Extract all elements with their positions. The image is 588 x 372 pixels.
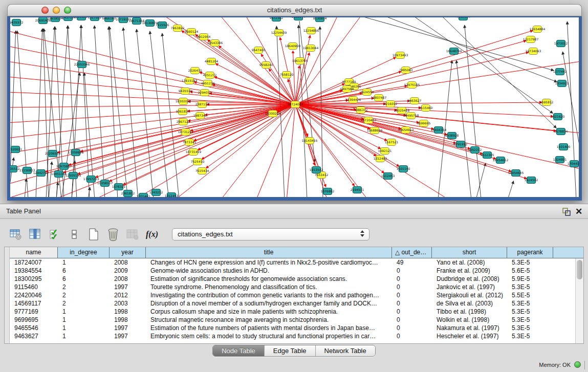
table-cell[interactable]: 5.5E-5 bbox=[507, 291, 553, 299]
close-panel-icon[interactable]: ✕ bbox=[574, 207, 584, 217]
graph-node[interactable]: 1678321 bbox=[112, 184, 126, 190]
table-cell[interactable]: 49 bbox=[392, 258, 432, 267]
table-cell[interactable]: 1997 bbox=[110, 324, 146, 332]
graph-node[interactable]: 1092121 bbox=[378, 148, 392, 155]
table-cell[interactable]: Estimation of significance thresholds fo… bbox=[146, 275, 392, 283]
table-cell[interactable]: 0 bbox=[392, 283, 432, 291]
table-row[interactable]: 2242004622012Investigating the contribut… bbox=[10, 291, 583, 299]
graph-node[interactable]: 11654884 bbox=[530, 26, 546, 33]
select-rows-icon[interactable] bbox=[47, 227, 62, 242]
table-cell[interactable]: Estimation of the future numbers of pati… bbox=[146, 324, 392, 332]
graph-node[interactable]: 1834921 bbox=[555, 80, 569, 87]
table-cell[interactable]: 2 bbox=[58, 291, 110, 299]
column-header-name[interactable]: name bbox=[10, 247, 58, 258]
import-table-icon[interactable] bbox=[125, 227, 140, 242]
graph-node[interactable]: 12254439 bbox=[271, 30, 287, 36]
table-cell[interactable]: 2 bbox=[58, 283, 110, 291]
graph-node[interactable]: 12975185 bbox=[404, 82, 420, 89]
table-cell[interactable]: 2008 bbox=[110, 275, 146, 283]
graph-node[interactable]: 1277442 bbox=[553, 69, 567, 75]
table-cell[interactable]: 5.3E-5 bbox=[507, 308, 553, 316]
table-cell[interactable]: 5.3E-5 bbox=[507, 316, 553, 324]
table-cell[interactable]: 18300295 bbox=[10, 275, 58, 283]
graph-node[interactable]: 10807487 bbox=[371, 95, 387, 101]
table-cell[interactable]: Tourette syndrome. Phenomenology and cla… bbox=[146, 283, 392, 291]
table-cell[interactable]: 5.3E-5 bbox=[507, 324, 553, 332]
graph-node[interactable]: 9547400 bbox=[252, 47, 266, 54]
table-cell[interactable]: 1 bbox=[58, 316, 110, 324]
graph-node[interactable]: 12217987 bbox=[523, 36, 539, 43]
table-settings-icon[interactable] bbox=[8, 227, 24, 242]
column-header-out_de[interactable]: △ out_de… bbox=[392, 247, 432, 258]
graph-node[interactable]: 8130874 bbox=[313, 17, 327, 22]
graph-node[interactable]: 18640900 bbox=[285, 43, 301, 50]
graph-node[interactable]: 9572302 bbox=[270, 17, 284, 21]
graph-node[interactable]: 7463822 bbox=[171, 25, 185, 32]
column-header-pagerank[interactable]: pagerank bbox=[507, 247, 553, 258]
graph-node[interactable]: 19813044 bbox=[303, 45, 319, 52]
graph-node[interactable]: 1243212 bbox=[149, 189, 163, 196]
table-cell[interactable]: 6 bbox=[58, 267, 110, 275]
table-row[interactable]: 911546021997Tourette syndrome. Phenomeno… bbox=[10, 283, 583, 291]
table-cell[interactable]: 1998 bbox=[110, 308, 146, 316]
graph-node[interactable]: 9699695 bbox=[417, 120, 431, 127]
graph-node[interactable]: 9361837 bbox=[176, 108, 190, 115]
graph-node[interactable]: 2026470 bbox=[188, 68, 202, 74]
table-cell[interactable]: Wolkin et al. (1998) bbox=[432, 316, 507, 324]
graph-node[interactable]: 17815183 bbox=[182, 78, 198, 84]
column-header-title[interactable]: title bbox=[146, 247, 392, 258]
graph-node[interactable]: 9512345 bbox=[481, 152, 494, 159]
tab-network-table[interactable]: Network Table bbox=[315, 345, 375, 356]
table-column-icon[interactable] bbox=[28, 227, 43, 242]
graph-node[interactable]: 2361812 bbox=[121, 190, 135, 197]
table-cell[interactable]: 2008 bbox=[110, 258, 146, 267]
graph-node[interactable]: 12505135 bbox=[66, 172, 81, 179]
graph-node[interactable]: 9052212 bbox=[468, 147, 482, 154]
table-cell[interactable]: Nakamura et al. (1997) bbox=[432, 324, 507, 332]
table-cell[interactable]: 1998 bbox=[110, 316, 146, 324]
graph-node[interactable]: 11451341 bbox=[51, 171, 67, 178]
table-cell[interactable]: 0 bbox=[392, 267, 432, 275]
table-cell[interactable]: 5.3E-5 bbox=[507, 258, 553, 267]
graph-node[interactable]: 16954645 bbox=[508, 170, 524, 177]
table-cell[interactable]: 19384554 bbox=[10, 267, 58, 275]
table-cell[interactable]: Franke et al. (2009) bbox=[432, 267, 507, 275]
graph-node[interactable]: 2387113 bbox=[195, 101, 209, 108]
graph-node[interactable]: 16404354 bbox=[431, 127, 447, 134]
table-cell[interactable]: 9465546 bbox=[10, 324, 58, 332]
graph-node[interactable]: 7515526 bbox=[156, 22, 169, 29]
graph-node[interactable]: 12254856 bbox=[303, 28, 319, 34]
graph-node[interactable]: 19613705 bbox=[292, 58, 308, 64]
tab-node-table[interactable]: Node Table bbox=[213, 345, 264, 356]
table-cell[interactable]: Structural magnetic resonance image aver… bbox=[146, 316, 392, 324]
table-row[interactable]: 1872400712008Changes of HCN gene express… bbox=[10, 258, 583, 267]
vertical-scrollbar[interactable] bbox=[575, 258, 583, 343]
table-cell[interactable]: 0 bbox=[392, 291, 432, 299]
table-cell[interactable]: 18724007 bbox=[10, 258, 58, 267]
graph-node[interactable]: 22053346 bbox=[74, 61, 90, 68]
table-cell[interactable]: 1 bbox=[58, 258, 110, 267]
graph-node[interactable]: 7263084 bbox=[456, 17, 470, 20]
table-cell[interactable]: Dudbridge et al. (2008) bbox=[432, 275, 507, 283]
graph-node[interactable]: 1527602 bbox=[88, 17, 102, 21]
table-cell[interactable]: 22420046 bbox=[10, 291, 58, 299]
tab-edge-table[interactable]: Edge Table bbox=[264, 345, 315, 356]
table-cell[interactable]: 1997 bbox=[110, 332, 146, 340]
table-cell[interactable]: 0 bbox=[392, 308, 432, 316]
graph-node[interactable]: 1167521 bbox=[385, 139, 399, 146]
graph-node[interactable]: 18495758 bbox=[403, 113, 419, 119]
graph-node[interactable]: 1101406 bbox=[557, 144, 571, 150]
table-cell[interactable]: 9463627 bbox=[10, 332, 58, 340]
scrollbar-thumb[interactable] bbox=[577, 260, 582, 279]
table-row[interactable]: 1938455462009Genome-wide association stu… bbox=[10, 267, 583, 275]
column-header-short[interactable]: short bbox=[432, 247, 507, 258]
graph-node[interactable]: 10358107 bbox=[97, 180, 113, 187]
table-cell[interactable]: 0 bbox=[392, 299, 432, 308]
graph-node[interactable]: 1021620 bbox=[551, 114, 565, 120]
graph-node[interactable]: 8938928 bbox=[445, 133, 459, 139]
table-cell[interactable]: Jankovic et al. (1997) bbox=[432, 283, 507, 291]
table-cell[interactable]: 5.6E-5 bbox=[507, 267, 553, 275]
table-row[interactable]: 946554611997Estimation of the future num… bbox=[10, 324, 583, 332]
table-cell[interactable]: 5.3E-5 bbox=[507, 299, 553, 308]
function-builder-icon[interactable]: f(x) bbox=[144, 227, 160, 242]
